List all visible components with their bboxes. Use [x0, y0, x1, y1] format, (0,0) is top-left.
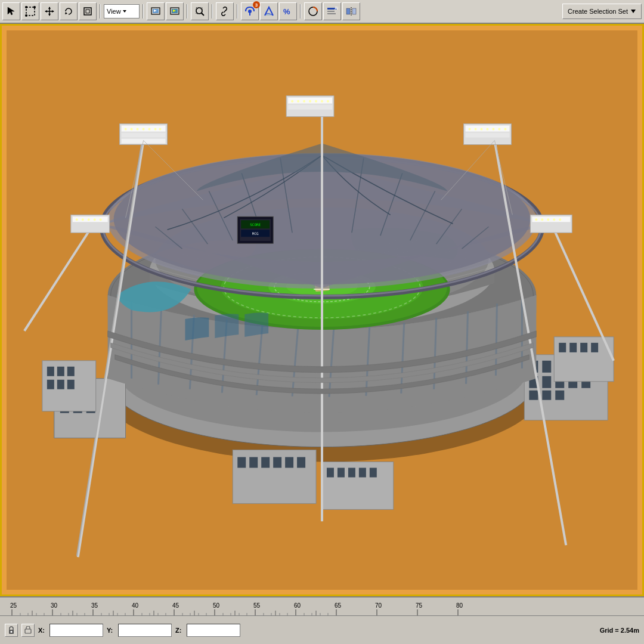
- svg-point-3: [33, 6, 36, 8]
- svg-rect-55: [67, 380, 75, 389]
- svg-point-162: [492, 128, 494, 131]
- svg-point-4: [25, 14, 27, 17]
- svg-line-24: [224, 10, 226, 13]
- mirror-button[interactable]: [342, 2, 360, 20]
- svg-point-138: [137, 128, 139, 131]
- svg-text:MCG: MCG: [252, 231, 259, 236]
- svg-rect-78: [261, 457, 270, 468]
- svg-point-151: [315, 100, 317, 103]
- y-label: Y:: [107, 627, 116, 634]
- svg-text:SCORE: SCORE: [250, 222, 261, 227]
- svg-point-163: [498, 128, 500, 131]
- svg-point-171: [553, 218, 555, 221]
- z-input[interactable]: [187, 624, 240, 637]
- percent-snap-button[interactable]: %: [279, 2, 297, 20]
- svg-point-179: [94, 218, 96, 221]
- svg-point-178: [88, 218, 90, 221]
- create-selection-set-button[interactable]: Create Selection Set: [562, 4, 642, 19]
- y-input[interactable]: [118, 624, 172, 637]
- svg-marker-0: [8, 7, 14, 15]
- svg-rect-30: [327, 11, 335, 12]
- svg-rect-87: [370, 468, 377, 478]
- quick-render-button[interactable]: [166, 2, 184, 20]
- svg-rect-50: [47, 367, 54, 376]
- svg-point-149: [303, 100, 305, 103]
- link-button[interactable]: [216, 2, 234, 20]
- snap-badge: 3: [253, 1, 260, 8]
- svg-point-170: [547, 218, 549, 221]
- svg-text:60: 60: [294, 602, 301, 609]
- svg-rect-72: [569, 343, 577, 352]
- svg-marker-9: [45, 10, 47, 13]
- svg-point-153: [327, 100, 329, 103]
- svg-point-152: [321, 100, 323, 103]
- svg-rect-146: [288, 105, 332, 110]
- svg-text:%: %: [283, 7, 290, 16]
- separator-6: [300, 4, 301, 18]
- svg-point-140: [148, 128, 151, 131]
- svg-rect-257: [11, 631, 13, 633]
- svg-rect-52: [67, 367, 75, 376]
- stadium-scene: SCORE MCG: [7, 30, 637, 590]
- svg-rect-77: [249, 457, 258, 468]
- svg-rect-54: [57, 380, 64, 389]
- spinner-button[interactable]: [304, 2, 322, 20]
- main-toolbar: View: [0, 0, 644, 24]
- svg-marker-36: [631, 10, 636, 13]
- select-arrow-button[interactable]: [2, 2, 20, 20]
- svg-point-160: [480, 128, 482, 131]
- svg-point-161: [486, 128, 488, 131]
- svg-rect-157: [466, 133, 510, 138]
- angle-snap-button[interactable]: [260, 2, 278, 20]
- y-coordinate-field: Y:: [107, 624, 172, 637]
- svg-point-164: [504, 128, 506, 131]
- svg-point-158: [469, 128, 471, 131]
- separator-2: [143, 4, 144, 18]
- svg-rect-53: [47, 380, 54, 389]
- svg-point-139: [143, 128, 145, 131]
- svg-rect-134: [122, 133, 166, 138]
- svg-marker-8: [48, 14, 51, 16]
- separator-5: [237, 4, 238, 18]
- scale-button[interactable]: [79, 2, 97, 20]
- svg-marker-7: [48, 7, 51, 9]
- lock-icon[interactable]: [5, 624, 18, 637]
- named-selection-button[interactable]: ABC: [323, 2, 341, 20]
- svg-point-2: [25, 6, 27, 8]
- grid-size-label: Grid = 2.54m: [600, 627, 639, 634]
- separator-4: [212, 4, 213, 18]
- svg-rect-58: [542, 361, 551, 373]
- zoom-extents-button[interactable]: [191, 2, 209, 20]
- svg-text:75: 75: [416, 602, 423, 609]
- svg-point-150: [309, 100, 311, 103]
- svg-point-141: [154, 128, 157, 131]
- svg-text:80: 80: [456, 602, 463, 609]
- rotate-button[interactable]: [60, 2, 78, 20]
- svg-point-148: [297, 100, 299, 103]
- create-selection-label: Create Selection Set: [568, 8, 628, 15]
- move-button[interactable]: [41, 2, 58, 20]
- region-select-button[interactable]: [21, 2, 39, 20]
- cursor-icon[interactable]: [21, 624, 35, 637]
- svg-point-142: [159, 128, 162, 131]
- svg-rect-86: [359, 468, 366, 478]
- render-scene-button[interactable]: [147, 2, 165, 20]
- svg-rect-34: [352, 8, 356, 14]
- svg-rect-83: [327, 468, 334, 478]
- 3d-viewport[interactable]: SCORE MCG: [7, 30, 637, 590]
- svg-marker-11: [65, 12, 67, 14]
- svg-point-136: [125, 128, 127, 131]
- x-label: X:: [38, 627, 48, 634]
- svg-point-137: [131, 128, 133, 131]
- svg-rect-84: [338, 468, 345, 478]
- svg-rect-31: [327, 13, 336, 14]
- svg-text:45: 45: [172, 602, 179, 609]
- svg-rect-76: [237, 457, 246, 468]
- view-dropdown[interactable]: View: [104, 4, 140, 18]
- svg-point-159: [475, 128, 477, 131]
- ruler: 25 30 35 40 45 50 55 60 65: [0, 597, 644, 616]
- svg-rect-13: [86, 10, 89, 13]
- svg-marker-14: [123, 10, 126, 13]
- svg-rect-167: [532, 216, 570, 222]
- x-input[interactable]: [49, 624, 103, 637]
